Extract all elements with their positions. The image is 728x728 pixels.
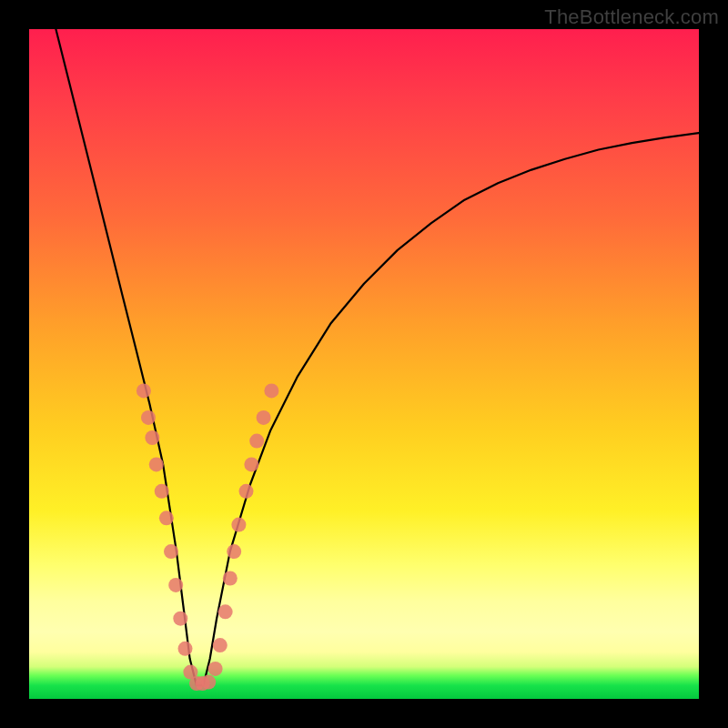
marker-dot [257,410,271,425]
marker-dot [201,675,216,690]
marker-dot [173,612,187,626]
chart-frame: TheBottleneck.com [0,0,728,728]
bottleneck-curve [56,29,699,685]
marker-dot [155,484,169,499]
marker-dot [249,434,264,449]
marker-dot [213,638,228,652]
marker-dot [136,383,151,398]
marker-dot [164,544,178,559]
marker-dot [223,571,238,586]
marker-dot [227,544,241,559]
marker-dot [208,662,223,676]
marker-dot [218,604,233,619]
marker-dot [159,511,174,525]
marker-dot [178,642,193,656]
curve-layer [29,29,699,699]
plot-area [29,29,699,699]
marker-dot [141,410,156,425]
marker-dot [231,518,246,532]
watermark-text: TheBottleneck.com [544,5,719,29]
marker-dot [168,578,183,592]
marker-dot [145,430,159,445]
marker-dot [244,457,258,471]
marker-dot [239,484,254,499]
marker-dot [264,383,278,398]
marker-dot [149,457,164,471]
marker-cluster [136,383,279,691]
